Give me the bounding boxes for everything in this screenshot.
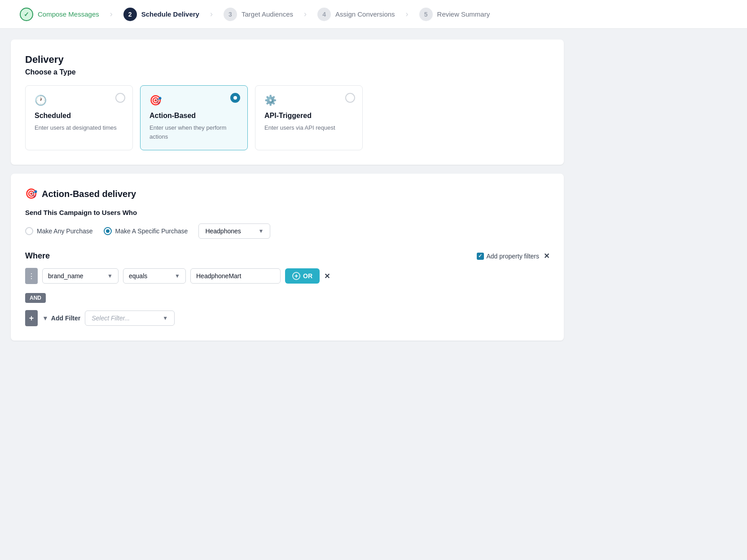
funnel-icon: ▼ xyxy=(42,315,48,322)
remove-filter-1-button[interactable]: ✕ xyxy=(324,272,330,280)
option-title-api-triggered: API-Triggered xyxy=(264,112,353,120)
operator-dropdown-arrow-1: ▼ xyxy=(175,273,180,279)
option-title-action-based: Action-Based xyxy=(149,112,238,120)
plus-circle-icon: + xyxy=(292,272,300,280)
option-api-triggered[interactable]: ⚙️ API-Triggered Enter users via API req… xyxy=(255,85,363,150)
delivery-card: Delivery Choose a Type 🕐 Scheduled Enter… xyxy=(11,39,564,165)
operator-dropdown-1[interactable]: equals ▼ xyxy=(123,268,186,284)
option-scheduled[interactable]: 🕐 Scheduled Enter users at designated ti… xyxy=(25,85,133,150)
product-dropdown-arrow: ▼ xyxy=(259,228,264,234)
radio-label-any: Make Any Purchase xyxy=(37,228,93,235)
filter-value-input-1[interactable] xyxy=(190,268,281,284)
step-circle-compose: ✓ xyxy=(20,8,33,21)
select-filter-dropdown[interactable]: Select Filter... ▼ xyxy=(85,311,175,326)
radio-specific-purchase[interactable]: Make A Specific Purchase xyxy=(104,227,188,235)
add-filter-label-container: ▼ Add Filter xyxy=(42,315,80,322)
option-action-based[interactable]: 🎯 Action-Based Enter user when they perf… xyxy=(140,85,248,150)
choose-type-label: Choose a Type xyxy=(25,68,549,76)
add-filter-text: Add Filter xyxy=(51,315,80,322)
or-button-label: OR xyxy=(303,272,312,280)
option-desc-action-based: Enter user when they perform actions xyxy=(149,123,238,141)
divider-3: › xyxy=(302,9,308,19)
delivery-options: 🕐 Scheduled Enter users at designated ti… xyxy=(25,85,549,150)
step-label-schedule: Schedule Delivery xyxy=(141,10,199,18)
property-filter-row: Add property filters ✕ xyxy=(477,252,550,260)
field-dropdown-1[interactable]: brand_name ▼ xyxy=(42,268,119,284)
step-label-review: Review Summary xyxy=(437,10,490,18)
select-filter-arrow: ▼ xyxy=(163,315,168,321)
where-title: Where xyxy=(25,251,50,261)
purchase-options-row: Make Any Purchase Make A Specific Purcha… xyxy=(25,223,549,239)
main-content: Delivery Choose a Type 🕐 Scheduled Enter… xyxy=(0,29,575,351)
target-section-icon: 🎯 xyxy=(25,188,37,200)
radio-action-based[interactable] xyxy=(230,93,240,103)
action-based-card: 🎯 Action-Based delivery Send This Campai… xyxy=(11,174,564,341)
step-schedule[interactable]: 2 Schedule Delivery xyxy=(114,8,208,21)
add-filter-row: + ▼ Add Filter Select Filter... ▼ xyxy=(25,310,549,326)
where-header: Where Add property filters ✕ xyxy=(25,251,549,261)
step-label-assign: Assign Conversions xyxy=(335,10,395,18)
radio-circle-specific[interactable] xyxy=(104,227,112,235)
action-based-title: Action-Based delivery xyxy=(42,189,136,199)
or-button-1[interactable]: + OR xyxy=(285,268,320,284)
delivery-title: Delivery xyxy=(25,54,549,66)
product-dropdown-value: Headphones xyxy=(205,228,255,235)
gear-icon: ⚙️ xyxy=(264,95,353,106)
close-property-filters-button[interactable]: ✕ xyxy=(544,252,549,260)
drag-handle-1[interactable]: ⋮ xyxy=(25,268,38,284)
step-compose[interactable]: ✓ Compose Messages xyxy=(11,8,108,21)
field-value-1: brand_name xyxy=(48,272,104,280)
radio-api-triggered[interactable] xyxy=(345,93,355,103)
add-property-filters-label: Add property filters xyxy=(487,253,540,260)
campaign-label: Send This Campaign to Users Who xyxy=(25,209,549,216)
option-title-scheduled: Scheduled xyxy=(35,112,123,120)
step-target[interactable]: 3 Target Audiences xyxy=(215,8,302,21)
action-based-header: 🎯 Action-Based delivery xyxy=(25,188,549,200)
operator-value-1: equals xyxy=(129,272,171,280)
option-desc-scheduled: Enter users at designated times xyxy=(35,123,123,132)
target-icon: 🎯 xyxy=(149,95,238,106)
divider-1: › xyxy=(108,9,114,19)
radio-any-purchase[interactable]: Make Any Purchase xyxy=(25,227,93,235)
option-desc-api-triggered: Enter users via API request xyxy=(264,123,353,132)
step-circle-review: 5 xyxy=(419,8,433,21)
step-circle-target: 3 xyxy=(224,8,237,21)
select-filter-placeholder: Select Filter... xyxy=(92,315,159,322)
step-review[interactable]: 5 Review Summary xyxy=(410,8,499,21)
field-dropdown-arrow-1: ▼ xyxy=(107,273,113,279)
stepper: ✓ Compose Messages › 2 Schedule Delivery… xyxy=(0,0,747,29)
step-label-compose: Compose Messages xyxy=(38,10,99,18)
clock-icon: 🕐 xyxy=(35,95,123,106)
radio-circle-any[interactable] xyxy=(25,227,33,235)
checkbox-icon[interactable] xyxy=(477,253,484,260)
product-dropdown[interactable]: Headphones ▼ xyxy=(198,223,270,239)
step-assign[interactable]: 4 Assign Conversions xyxy=(308,8,404,21)
radio-scheduled[interactable] xyxy=(115,93,125,103)
add-filter-button[interactable]: + xyxy=(25,310,38,326)
filter-row-1: ⋮ brand_name ▼ equals ▼ + OR ✕ xyxy=(25,268,549,284)
step-circle-schedule: 2 xyxy=(123,8,137,21)
divider-2: › xyxy=(208,9,215,19)
radio-label-specific: Make A Specific Purchase xyxy=(115,228,188,235)
divider-4: › xyxy=(404,9,410,19)
add-property-filters-checkbox[interactable]: Add property filters xyxy=(477,253,540,260)
and-badge: AND xyxy=(25,289,549,306)
step-label-target: Target Audiences xyxy=(242,10,293,18)
step-circle-assign: 4 xyxy=(317,8,331,21)
